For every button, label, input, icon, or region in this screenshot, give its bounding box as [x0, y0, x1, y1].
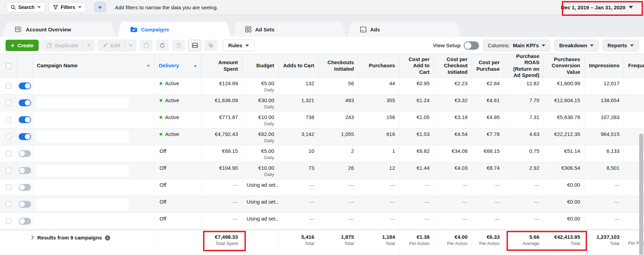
header-purchases[interactable]: Purchases [358, 54, 400, 77]
campaign-name-cell[interactable] [33, 128, 155, 145]
chevron-right-icon[interactable] [31, 235, 34, 239]
purchases-cell: — [358, 179, 400, 196]
row-checkbox[interactable] [6, 185, 11, 190]
view-setup-switch[interactable] [464, 41, 479, 50]
ab-test-button[interactable] [188, 40, 201, 51]
campaign-name-cell[interactable] [33, 111, 155, 128]
row-checkbox[interactable] [6, 117, 11, 122]
header-amount-spent[interactable]: Amount Spent [201, 54, 242, 77]
row-checkbox[interactable] [6, 151, 11, 156]
search-button[interactable]: Search [6, 2, 45, 12]
impressions-cell: 12,017 [585, 78, 624, 94]
row-checkbox[interactable] [6, 218, 11, 224]
purchase-roas-cell: 0.75 [504, 145, 544, 162]
header-cost-per-add-to-cart[interactable]: Cost per Add to Cart [400, 54, 434, 77]
columns-prefix: Columns: [488, 42, 510, 48]
refresh-button[interactable] [156, 40, 169, 51]
row-checkbox-cell [0, 145, 17, 162]
campaign-name-cell[interactable] [33, 162, 155, 179]
tab-ad-sets[interactable]: Ad Sets [232, 22, 346, 37]
amount-spent-cell: €124.89 [201, 78, 242, 94]
row-checkbox[interactable] [6, 168, 11, 173]
campaign-name-cell[interactable] [33, 196, 155, 213]
row-checkbox-cell [0, 196, 17, 213]
select-all-checkbox[interactable] [6, 63, 11, 69]
cost-per-checkout-cell: — [434, 213, 472, 229]
row-checkbox[interactable] [6, 134, 11, 139]
header-purchase-roas[interactable]: Purchase ROAS (Return on Ad Spend) [504, 54, 544, 77]
campaign-toggle[interactable] [19, 133, 31, 140]
header-impressions[interactable]: Impressions [585, 54, 624, 77]
rules-button[interactable]: Rules [223, 40, 254, 51]
create-button[interactable]: + Create [6, 40, 39, 51]
checkouts-initiated: 243 [345, 114, 354, 120]
table-row: Off — Using ad set... — — — — — — — €0.0… [0, 196, 644, 213]
edit-dropdown-button[interactable] [125, 40, 136, 51]
campaign-toggle[interactable] [19, 167, 31, 174]
header-frequency[interactable]: Frequency [624, 54, 644, 77]
cost-per-add-to-cart: €1.44 [416, 165, 430, 171]
info-icon[interactable]: i [105, 235, 110, 241]
impressions: 12,017 [604, 80, 619, 86]
results-label: Results from 9 campaigns [37, 235, 102, 241]
header-cost-per-checkout[interactable]: Cost per Checkout Initiated [434, 54, 472, 77]
toggle-knob [19, 218, 25, 224]
header-checkouts-initiated[interactable]: Checkouts Initiated [319, 54, 358, 77]
duplicate-button-group: Duplicate [42, 40, 95, 51]
campaign-name-cell[interactable] [33, 78, 155, 94]
tab-strip: Account Overview Campaigns Ad Sets Ads [0, 15, 644, 37]
reports-button[interactable]: Reports [603, 40, 638, 51]
duplicate-button[interactable]: Duplicate [42, 40, 83, 51]
account-overview-icon [15, 26, 22, 32]
view-setup-toggle[interactable]: View Setup [433, 41, 479, 50]
campaign-name-cell[interactable] [33, 179, 155, 196]
campaign-toggle[interactable] [19, 99, 31, 106]
tab-account-overview[interactable]: Account Overview [2, 22, 116, 37]
campaign-toggle[interactable] [19, 218, 31, 225]
amount-spent-cell: — [201, 179, 242, 196]
row-checkbox[interactable] [6, 202, 11, 207]
row-checkbox[interactable] [6, 100, 11, 106]
checkouts-initiated-cell: 2 [319, 145, 358, 162]
campaign-toggle[interactable] [19, 201, 31, 208]
cost-per-checkout-initiated: — [462, 199, 468, 205]
tag-button[interactable] [204, 40, 218, 51]
duplicate-dropdown-button[interactable] [83, 40, 94, 51]
header-delivery[interactable]: Delivery [155, 54, 201, 77]
table-row: Off — Using ad set... — — — — — — — €0.0… [0, 179, 644, 196]
paste-button[interactable] [140, 40, 153, 51]
tab-campaigns[interactable]: Campaigns [117, 22, 231, 37]
header-cost-per-purchase[interactable]: Cost per Purchase [472, 54, 504, 77]
tab-ads[interactable]: Ads [347, 22, 461, 37]
breakdown-button[interactable]: Breakdown [554, 40, 598, 51]
edit-button[interactable]: Edit [98, 40, 125, 51]
header-campaign-name[interactable]: Campaign Name [33, 54, 155, 77]
campaign-toggle[interactable] [19, 184, 31, 191]
campaign-name-cell[interactable] [33, 95, 155, 111]
campaign-toggle[interactable] [19, 82, 31, 89]
campaign-toggle[interactable] [19, 150, 31, 157]
campaign-name-cell[interactable] [33, 145, 155, 162]
vertical-scrollbar[interactable] [639, 134, 643, 255]
header-adds-to-cart[interactable]: Adds to Cart [279, 54, 319, 77]
date-range-selector[interactable]: Dec 1, 2019 – Jan 31, 2020 [561, 4, 638, 10]
campaign-toggle[interactable] [19, 116, 31, 123]
cost-per-purchase-cell: €4.95 [472, 111, 504, 128]
header-budget[interactable]: Budget [242, 54, 279, 77]
cost-per-add-to-cart: €6.82 [416, 148, 430, 154]
purchases-conversion-value: €51.14 [564, 148, 580, 154]
purchases-conversion-value-cell: €306.54 [544, 162, 585, 179]
filters-button[interactable]: Filters [49, 2, 86, 12]
add-filter-button[interactable]: + [94, 2, 106, 12]
duplicate-label: Duplicate [55, 42, 78, 48]
cost-per-purchase-cell: €8.74 [472, 162, 504, 179]
toggle-knob [25, 100, 30, 106]
campaign-name-cell[interactable] [33, 213, 155, 229]
header-purchases-conversion-value[interactable]: Purchases Conversion Value [544, 54, 585, 77]
budget-type: Daily [264, 104, 274, 109]
cost-per-purchase-cell: — [472, 213, 504, 229]
checkouts-initiated: — [349, 216, 354, 222]
row-checkbox[interactable] [6, 83, 11, 89]
columns-button[interactable]: Columns: Main KPI's [483, 40, 550, 51]
delete-button[interactable] [172, 40, 185, 51]
